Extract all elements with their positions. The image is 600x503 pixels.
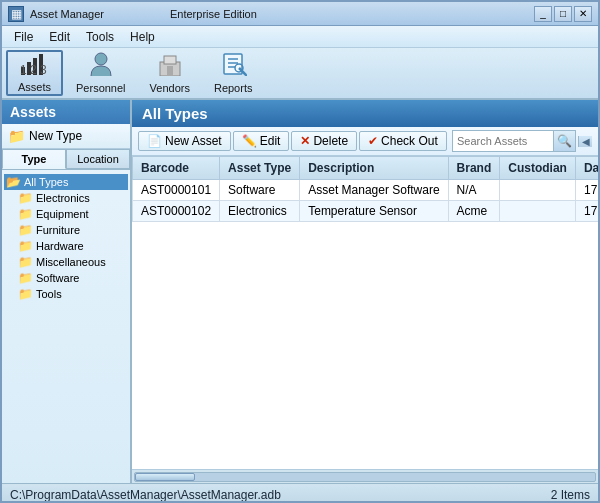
status-path: C:\ProgramData\AssetManager\AssetManager… [10,488,281,502]
folder-icon-2: 📁 [18,207,33,221]
checkout-button[interactable]: ✔ Check Out [359,131,447,151]
svg-rect-8 [167,66,173,76]
main-content: Assets 📁 New Type Type Location 📂 All Ty… [2,100,598,483]
edit-label: Edit [260,134,281,148]
edition-label: Enterprise Edition [170,8,257,20]
table-row[interactable]: AST0000101 Software Asset Manager Softwa… [133,180,599,201]
reports-icon [219,52,247,80]
delete-icon: ✕ [300,134,310,148]
hscroll-track[interactable] [134,472,596,482]
search-button[interactable]: 🔍 [553,131,575,151]
svg-rect-7 [164,56,176,64]
col-date[interactable]: Date Up [575,157,598,180]
tree-miscellaneous[interactable]: 📁 Miscellaneous [4,254,128,270]
toolbar-reports-button[interactable]: Reports [203,50,264,96]
folder-open-icon: 📂 [6,175,21,189]
tree-all-types[interactable]: 📂 All Types [4,174,128,190]
menu-bar: File Edit Tools Help [2,26,598,48]
folder-icon-4: 📁 [18,239,33,253]
menu-help[interactable]: Help [122,28,163,46]
tree-furniture[interactable]: 📁 Furniture [4,222,128,238]
new-type-button[interactable]: 📁 New Type [2,124,130,149]
folder-icon-3: 📁 [18,223,33,237]
tree-software[interactable]: 📁 Software [4,270,128,286]
sidebar: Assets 📁 New Type Type Location 📂 All Ty… [2,100,132,483]
menu-tools[interactable]: Tools [78,28,122,46]
checkout-icon: ✔ [368,134,378,148]
col-custodian[interactable]: Custodian [500,157,576,180]
close-button[interactable]: ✕ [574,6,592,22]
folder-icon-5: 📁 [18,255,33,269]
new-asset-label: New Asset [165,134,222,148]
col-brand[interactable]: Brand [448,157,500,180]
new-asset-button[interactable]: 📄 New Asset [138,131,231,151]
tree-electronics[interactable]: 📁 Electronics [4,190,128,206]
folder-icon-1: 📁 [18,191,33,205]
cell-desc-1: Asset Manager Software [300,180,448,201]
sidebar-title: Assets [2,100,130,124]
tree-equipment[interactable]: 📁 Equipment [4,206,128,222]
right-panel: All Types 📄 New Asset ✏️ Edit ✕ Delete ✔… [132,100,598,483]
cell-custodian-2 [500,201,576,222]
toolbar-personnel-button[interactable]: Personnel [65,50,137,96]
delete-button[interactable]: ✕ Delete [291,131,357,151]
tab-type[interactable]: Type [2,149,66,169]
minimize-button[interactable]: _ [534,6,552,22]
panel-title: All Types [132,100,598,127]
cell-barcode-1: AST0000101 [133,180,220,201]
app-icon: ▦ [8,6,24,22]
folder-icon-6: 📁 [18,271,33,285]
cell-date-1: 17.09.2 [575,180,598,201]
tab-location[interactable]: Location [66,149,130,169]
search-box[interactable]: 🔍 [452,130,576,152]
personnel-label: Personnel [76,82,126,94]
folder-icon-7: 📁 [18,287,33,301]
toolbar-assets-button[interactable]: 1 2 3 4 Assets [6,50,63,96]
cell-date-2: 17.09.2 [575,201,598,222]
cell-barcode-2: AST0000102 [133,201,220,222]
search-input[interactable] [453,135,553,147]
vendors-icon [156,52,184,80]
cell-desc-2: Temperature Sensor [300,201,448,222]
toolbar-vendors-button[interactable]: Vendors [139,50,201,96]
svg-text:1 2 3 4: 1 2 3 4 [20,63,50,75]
status-count: 2 Items [551,488,590,502]
table-row[interactable]: AST0000102 Electronics Temperature Senso… [133,201,599,222]
horizontal-scrollbar[interactable] [132,469,598,483]
new-asset-icon: 📄 [147,134,162,148]
edit-icon: ✏️ [242,134,257,148]
assets-label: Assets [18,81,51,93]
menu-file[interactable]: File [6,28,41,46]
new-type-label: New Type [29,129,82,143]
assets-table: Barcode Asset Type Description Brand Cus… [132,156,598,222]
checkout-label: Check Out [381,134,438,148]
menu-edit[interactable]: Edit [41,28,78,46]
vendors-label: Vendors [150,82,190,94]
assets-table-container[interactable]: Barcode Asset Type Description Brand Cus… [132,156,598,469]
cell-brand-2: Acme [448,201,500,222]
reports-label: Reports [214,82,253,94]
cell-type-1: Software [220,180,300,201]
action-bar: 📄 New Asset ✏️ Edit ✕ Delete ✔ Check Out… [132,127,598,156]
delete-label: Delete [313,134,348,148]
app-title: Asset Manager [30,8,104,20]
col-description[interactable]: Description [300,157,448,180]
maximize-button[interactable]: □ [554,6,572,22]
sidebar-tabs: Type Location [2,149,130,170]
toolbar: 1 2 3 4 Assets Personnel Vendors [2,48,598,100]
assets-icon: 1 2 3 4 [20,53,50,79]
asset-tree: 📂 All Types 📁 Electronics 📁 Equipment 📁 … [2,170,130,483]
personnel-icon [87,52,115,80]
new-type-icon: 📁 [8,128,25,144]
cell-custodian-1 [500,180,576,201]
svg-point-5 [95,53,107,65]
sidebar-collapse-button[interactable]: ◀ [578,136,592,147]
tree-tools[interactable]: 📁 Tools [4,286,128,302]
status-bar: C:\ProgramData\AssetManager\AssetManager… [2,483,598,503]
col-asset-type[interactable]: Asset Type [220,157,300,180]
title-bar: ▦ Asset Manager Enterprise Edition _ □ ✕ [2,2,598,26]
col-barcode[interactable]: Barcode [133,157,220,180]
edit-button[interactable]: ✏️ Edit [233,131,290,151]
tree-hardware[interactable]: 📁 Hardware [4,238,128,254]
hscroll-thumb[interactable] [135,473,195,481]
